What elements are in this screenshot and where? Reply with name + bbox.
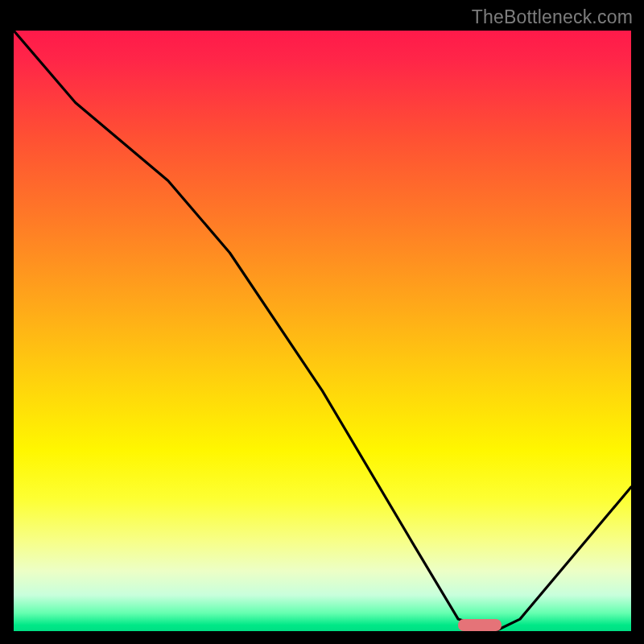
plot-area [14, 31, 631, 631]
chart-container: TheBottleneck.com [0, 0, 644, 644]
optimum-marker [458, 619, 502, 631]
curve-svg [14, 31, 631, 631]
bottleneck-curve-path [14, 31, 631, 631]
attribution-text: TheBottleneck.com [472, 6, 633, 28]
